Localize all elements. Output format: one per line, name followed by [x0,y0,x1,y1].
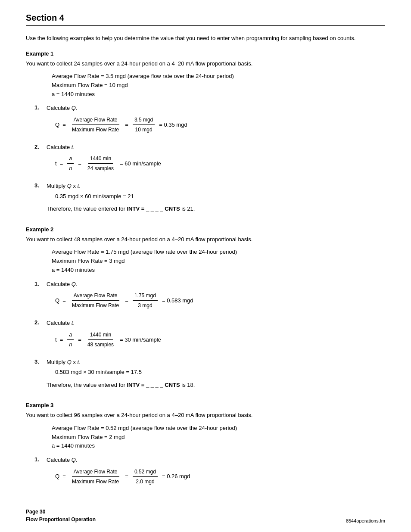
examples-container: Example 1 You want to collect 24 samples… [26,50,385,489]
t-lhs: t = [55,159,63,168]
example-2-title: Example 2 [26,226,385,233]
section-title: Section 4 [26,13,64,22]
eq2-t2: = 30 min/sample [120,336,161,344]
step-2-1-number: 1. [34,280,47,287]
frac2-den: 10 mgd [134,125,154,134]
example-3-desc: You want to collect 96 samples over a 24… [26,411,385,420]
fraction2-1: Average Flow Rate Maximum Flow Rate [70,292,121,309]
frac3-1-den: Maximum Flow Rate [70,477,121,485]
step-3-1: 1. Calculate Q. Q = Average Flow Rate Ma… [34,456,385,489]
step-2-3-content: Multiply Q x t. 0.583 mgd × 30 min/sampl… [47,358,385,392]
step-1-1-number: 1. [34,104,47,111]
frac-t2-2-num: 1440 min [88,331,113,340]
intv-label-2: INTV = _ _ _ _ CNTS [127,382,180,388]
frac-t2-1-den: n [67,340,74,348]
example-1: Example 1 You want to collect 24 samples… [26,50,385,216]
step-2-3: 3. Multiply Q x t. 0.583 mgd × 30 min/sa… [34,358,385,392]
given2-line-2: Maximum Flow Rate = 3 mgd [52,257,385,266]
formula-lhs: Q = [55,121,66,129]
formula-2-1: Q = Average Flow Rate Maximum Flow Rate … [55,292,385,309]
example-1-given: Average Flow Rate = 3.5 mgd (average flo… [52,72,385,99]
frac-t-den: n [67,164,74,172]
fraction-t2-2: 1440 min 48 samples [86,331,115,348]
fraction-t2-1: a n [67,331,74,348]
step-2-1: 1. Calculate Q. Q = Average Flow Rate Ma… [34,280,385,313]
step-3-1-number: 1. [34,456,47,463]
frac1-num: Average Flow Rate [72,116,119,125]
given-line-1: Average Flow Rate = 3.5 mgd (average flo… [52,72,385,81]
given3-line-1: Average Flow Rate = 0.52 mgd (average fl… [52,424,385,433]
footer-section: Flow Proportional Operation [26,516,96,523]
fraction-1: Average Flow Rate Maximum Flow Rate [70,116,121,134]
therefore-2: Therefore, the value entered for INTV = … [47,381,385,389]
footer-page: Page 30 [26,508,96,516]
eq2-1: = [125,296,128,305]
example-3: Example 3 You want to collect 96 samples… [26,402,385,488]
step-3-1-content: Calculate Q. Q = Average Flow Rate Maxim… [47,456,385,489]
result-2: 0.583 mgd × 30 min/sample = 17.5 [55,368,385,376]
eq3-1: = [125,472,128,481]
eq2-t: = 60 min/sample [120,159,161,168]
footer-right: 8544operations.fm [346,518,385,523]
example-2-given: Average Flow Rate = 1.75 mgd (average fl… [52,248,385,274]
given2-line-3: a = 1440 minutes [52,266,385,275]
eq3-2: = 0.26 mgd [162,472,190,481]
result-1: 0.35 mgd × 60 min/sample = 21 [55,192,385,201]
t2-lhs: t = [55,336,63,344]
step-2-1-action: Calculate Q. [47,281,78,287]
step-1-3-content: Multiply Q x t. 0.35 mgd × 60 min/sample… [47,182,385,216]
fraction-2: 3.5 mgd 10 mgd [133,116,155,134]
fraction-t2: 1440 min 24 samples [86,155,115,172]
fraction2-2: 1.75 mgd 3 mgd [133,292,158,309]
intro-text: Use the following examples to help you d… [26,34,385,43]
eq1: = [125,121,128,129]
example-1-title: Example 1 [26,50,385,57]
fraction3-2: 0.52 mgd 2.0 mgd [133,468,158,485]
step-1-2-content: Calculate t. t = a n = 1440 min 24 sampl… [47,143,385,176]
frac3-2-den: 2.0 mgd [134,477,156,485]
example-3-steps: 1. Calculate Q. Q = Average Flow Rate Ma… [34,456,385,489]
example-3-title: Example 3 [26,402,385,408]
step-1-1-action: Calculate Q. [47,105,78,111]
given3-line-3: a = 1440 minutes [52,442,385,451]
frac3-1-num: Average Flow Rate [72,468,119,477]
frac-t2-den: 24 samples [86,164,115,172]
step-1-2: 2. Calculate t. t = a n = 1440 min [34,143,385,176]
section-header: Section 4 [26,13,385,26]
step-2-3-action: Multiply Q x t. [47,359,81,365]
eq2-2: = 0.583 mgd [162,296,193,305]
frac-t2-2-den: 48 samples [86,340,115,348]
footer-left: Page 30 Flow Proportional Operation [26,508,96,523]
step-2-2: 2. Calculate t. t = a n = 1440 min [34,319,385,352]
given-line-2: Maximum Flow Rate = 10 mgd [52,81,385,90]
step-3-1-action: Calculate Q. [47,457,78,463]
step-1-2-number: 2. [34,143,47,150]
formula-1-1: Q = Average Flow Rate Maximum Flow Rate … [55,116,385,134]
formula2-lhs: Q = [55,296,66,305]
eq1-t: = [78,159,81,168]
frac3-2-num: 0.52 mgd [133,468,158,477]
example-1-desc: You want to collect 24 samples over a 24… [26,59,385,68]
example-1-steps: 1. Calculate Q. Q = Average Flow Rate Ma… [34,104,385,216]
example-2-desc: You want to collect 48 samples over a 24… [26,235,385,244]
step-1-3: 3. Multiply Q x t. 0.35 mgd × 60 min/sam… [34,182,385,216]
example-3-given: Average Flow Rate = 0.52 mgd (average fl… [52,424,385,451]
fraction-t: a n [67,155,74,172]
example-2-steps: 1. Calculate Q. Q = Average Flow Rate Ma… [34,280,385,392]
frac2-2-num: 1.75 mgd [133,292,158,301]
step-2-2-number: 2. [34,319,47,326]
given-line-3: a = 1440 minutes [52,90,385,99]
formula-3-1: Q = Average Flow Rate Maximum Flow Rate … [55,468,385,485]
fraction3-1: Average Flow Rate Maximum Flow Rate [70,468,121,485]
given3-line-2: Maximum Flow Rate = 2 mgd [52,433,385,442]
example-2: Example 2 You want to collect 48 samples… [26,226,385,392]
frac-t2-1-num: a [67,331,74,340]
page-container: Section 4 Use the following examples to … [0,0,411,525]
frac2-2-den: 3 mgd [136,301,154,309]
formula-1-2: t = a n = 1440 min 24 samples = 60 min/s… [55,155,385,172]
frac2-1-den: Maximum Flow Rate [70,301,121,309]
step-1-2-action: Calculate t. [47,144,75,150]
therefore-1: Therefore, the value entered for INTV = … [47,205,385,213]
formula-2-2: t = a n = 1440 min 48 samples = 30 min/s… [55,331,385,348]
eq1-t2: = [78,336,81,344]
